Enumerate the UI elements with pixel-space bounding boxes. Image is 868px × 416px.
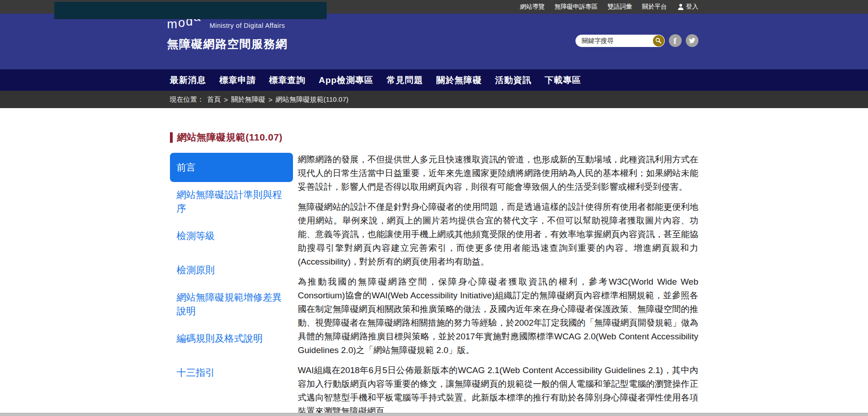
nav-item[interactable]: 關於無障礙 (436, 74, 482, 86)
login-button[interactable]: 登入 (677, 3, 699, 11)
sidebar-item[interactable]: 十三指引 (170, 358, 293, 387)
topbar-link[interactable]: 雙語詞彙 (608, 3, 632, 11)
breadcrumb-link[interactable]: 關於無障礙 (231, 95, 265, 104)
breadcrumb: 現在位置：首頁>關於無障礙>網站無障礙規範(110.07) (0, 91, 868, 108)
topbar-link[interactable]: 網站導覽 (520, 3, 544, 11)
twitter-icon (688, 37, 696, 44)
topbar-link[interactable]: 關於平台 (642, 3, 667, 11)
breadcrumb-separator: > (224, 96, 228, 104)
sidebar-item[interactable]: 檢測等級 (170, 221, 293, 250)
article-paragraph: 無障礙網站的設計不僅是針對身心障礙者的使用問題，而是透過這樣的設計使得所有使用者… (298, 200, 699, 269)
site-title: 無障礙網路空間服務網 (167, 36, 288, 52)
breadcrumb-current: 網站無障礙規範(110.07) (276, 95, 349, 104)
search-icon (655, 37, 662, 44)
nav-item[interactable]: 常見問題 (386, 74, 423, 86)
sidebar-item[interactable]: 編碼規則及格式說明 (170, 324, 293, 353)
nav-item[interactable]: 最新消息 (170, 74, 206, 86)
page-title: 網站無障礙規範(110.07) (177, 131, 283, 144)
facebook-button[interactable]: f (669, 34, 682, 47)
facebook-icon: f (673, 36, 676, 46)
skip-link-highlight-block (54, 2, 327, 19)
article-paragraph: 網際網路的發展，不但提供世人多元且快速獲取資訊的管道，也形成新的互動場域，此種資… (298, 153, 699, 194)
breadcrumb-prefix: 現在位置： (170, 95, 204, 104)
site-header: moda Ministry of Digital Affairs 無障礙網路空間… (0, 14, 868, 69)
sidebar-item[interactable]: 檢測原則 (170, 255, 293, 285)
nav-item[interactable]: 標章查詢 (269, 74, 306, 86)
search-box (575, 35, 665, 47)
sidebar-item[interactable]: 網站無障礙設計準則與程序 (170, 187, 293, 216)
ministry-label: Ministry of Digital Affairs (210, 22, 285, 29)
article-paragraph: WAI組織在2018年6月5日公佈最新版本的WCAG 2.1(Web Conte… (298, 364, 699, 416)
footer-top-strip (0, 413, 868, 416)
user-icon (677, 3, 684, 10)
nav-item[interactable]: 下載專區 (544, 74, 581, 86)
sidebar-item-active[interactable]: 前言 (170, 153, 293, 182)
main-content: 網站無障礙規範(110.07) 前言網站無障礙設計準則與程序檢測等級檢測原則網站… (0, 108, 868, 416)
nav-item[interactable]: 活動資訊 (495, 74, 531, 86)
article-body: 網際網路的發展，不但提供世人多元且快速獲取資訊的管道，也形成新的互動場域，此種資… (298, 153, 699, 416)
logo-letter: m (167, 18, 179, 31)
search-input[interactable] (575, 35, 649, 47)
login-label: 登入 (686, 3, 699, 11)
sidebar-item[interactable]: 網站無障礙規範增修差異說明 (170, 290, 293, 319)
article-paragraph: 為推動我國的無障礙網路空間，保障身心障礙者獲取資訊的權利，參考W3C(World… (298, 275, 699, 357)
twitter-button[interactable] (686, 34, 699, 47)
search-button[interactable] (653, 35, 664, 47)
breadcrumb-separator: > (268, 96, 272, 104)
moda-logo[interactable]: moda (167, 18, 202, 31)
breadcrumb-link[interactable]: 首頁 (207, 95, 221, 104)
nav-item[interactable]: 標章申請 (220, 74, 256, 86)
topbar-link[interactable]: 無障礙申訴專區 (555, 3, 598, 11)
title-accent-bar (170, 132, 173, 143)
section-sidebar: 前言網站無障礙設計準則與程序檢測等級檢測原則網站無障礙規範增修差異說明編碼規則及… (170, 153, 293, 392)
main-nav: 最新消息標章申請標章查詢App檢測專區常見問題關於無障礙活動資訊下載專區 (0, 69, 868, 91)
nav-item[interactable]: App檢測專區 (319, 74, 374, 86)
